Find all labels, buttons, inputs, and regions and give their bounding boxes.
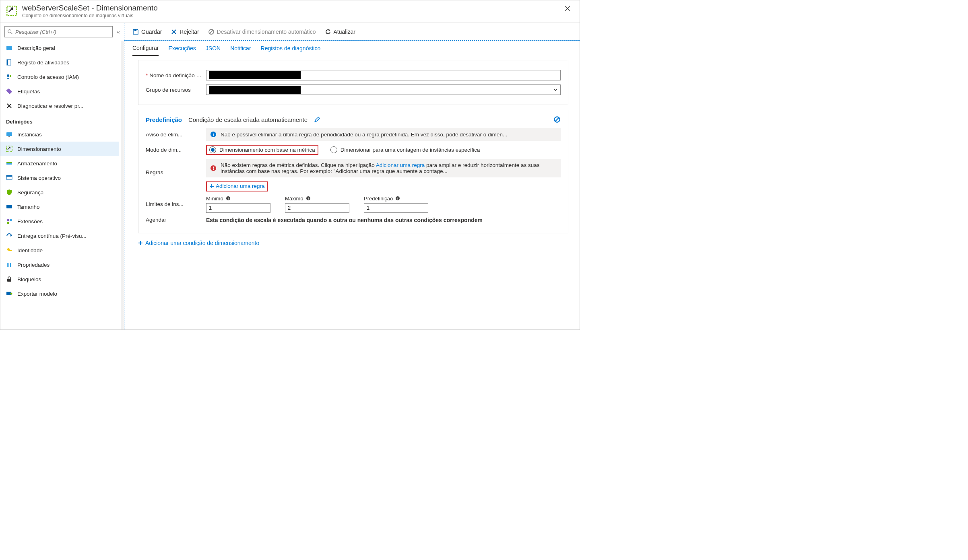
blade-title: webServerScaleSet - Dimensionamento [22, 4, 561, 12]
radio-unselected-icon [330, 146, 337, 153]
shield-icon [6, 189, 12, 196]
resource-group-dropdown[interactable] [206, 84, 561, 95]
activity-log-icon [6, 59, 12, 66]
sidebar-item-size[interactable]: Tamanho [0, 200, 119, 214]
schedule-label: Agendar [146, 217, 202, 223]
settings-panel: *Nome da definição de... Grupo de recurs… [138, 60, 568, 105]
max-label: Máximoi [285, 196, 349, 202]
tab-runs[interactable]: Execuções [168, 41, 196, 56]
tabs: Configurar Execuções JSON Notificar Regi… [124, 41, 580, 56]
sidebar-item-diagnose[interactable]: Diagnosticar e resolver pr... [0, 99, 119, 113]
scaling-icon [6, 146, 12, 152]
properties-icon [6, 261, 12, 268]
discard-button[interactable]: Rejeitar [171, 29, 199, 35]
svg-rect-23 [9, 250, 12, 251]
content-area: Guardar Rejeitar Desativar dimensionamen… [124, 23, 580, 329]
sidebar-item-locks[interactable]: Bloqueios [0, 272, 119, 286]
info-icon[interactable]: i [395, 196, 400, 201]
disable-condition-button[interactable] [553, 116, 561, 123]
redacted-value [209, 71, 301, 79]
scale-condition-panel: Predefinição Condição de escala criada a… [138, 110, 568, 233]
warning-icon [210, 165, 217, 171]
info-icon[interactable]: i [306, 196, 311, 201]
svg-rect-26 [10, 263, 11, 267]
tab-configure[interactable]: Configurar [132, 41, 159, 56]
refresh-button[interactable]: Atualizar [325, 29, 355, 35]
tab-json[interactable]: JSON [206, 41, 221, 56]
svg-rect-17 [6, 205, 12, 208]
svg-text:i: i [213, 132, 214, 137]
svg-rect-19 [10, 219, 12, 221]
tags-icon [6, 88, 12, 95]
sidebar-item-security[interactable]: Segurança [0, 185, 119, 200]
sidebar-section-settings: Definições [0, 113, 119, 127]
blade-header: webServerScaleSet - Dimensionamento Conj… [0, 0, 580, 23]
sidebar-item-extensions[interactable]: Extensões [0, 214, 119, 229]
sidebar-item-cd[interactable]: Entrega contínua (Pré-visu... [0, 229, 119, 243]
svg-rect-20 [7, 222, 9, 224]
save-icon [132, 29, 139, 35]
svg-rect-11 [8, 136, 10, 137]
svg-rect-27 [7, 279, 11, 282]
tab-diagnostic[interactable]: Registos de diagnóstico [261, 41, 321, 56]
sidebar-item-storage[interactable]: Armazenamento [0, 156, 119, 171]
svg-point-8 [10, 75, 11, 77]
radio-metric-scale[interactable]: Dimensionamento com base na métrica [209, 146, 315, 153]
disable-autoscale-button[interactable]: Desativar dimensionamento automático [208, 29, 316, 35]
sidebar-item-os[interactable]: Sistema operativo [0, 171, 119, 185]
sidebar-item-properties[interactable]: Propriedades [0, 257, 119, 272]
svg-rect-0 [7, 6, 16, 15]
scale-mode-label: Modo de dim... [146, 147, 202, 153]
tab-notify[interactable]: Notificar [230, 41, 251, 56]
command-bar: Guardar Rejeitar Desativar dimensionamen… [124, 23, 580, 41]
info-icon[interactable]: i [226, 196, 231, 201]
svg-rect-38 [213, 167, 214, 169]
sidebar-item-instances[interactable]: Instâncias [0, 127, 119, 142]
sidebar-item-export[interactable]: Exportar modelo [0, 286, 119, 301]
max-instances-input[interactable] [285, 203, 349, 213]
sidebar-item-scaling[interactable]: Dimensionamento [0, 142, 119, 156]
lock-icon [6, 276, 12, 282]
sidebar-search-input[interactable] [15, 29, 110, 35]
sidebar-item-iam[interactable]: Controlo de acesso (IAM) [0, 70, 119, 84]
search-icon [7, 29, 13, 35]
instances-icon [6, 131, 12, 138]
radio-instance-count[interactable]: Dimensionar para uma contagem de instânc… [330, 146, 480, 153]
sidebar: « Descrição geral Registo de atividades … [0, 23, 124, 329]
radio-selected-icon [209, 146, 216, 153]
default-instances-input[interactable] [364, 203, 428, 213]
sidebar-item-tags[interactable]: Etiquetas [0, 84, 119, 99]
sidebar-item-overview[interactable]: Descrição geral [0, 41, 119, 55]
no-rules-banner: Não existem regras de métrica definidas.… [206, 159, 561, 177]
sidebar-item-activity-log[interactable]: Registo de atividades [0, 55, 119, 70]
collapse-sidebar-button[interactable]: « [117, 29, 120, 35]
svg-rect-29 [134, 29, 136, 31]
save-button[interactable]: Guardar [132, 29, 162, 35]
cd-icon [6, 233, 12, 239]
add-scale-condition-link[interactable]: Adicionar uma condição de dimensionament… [138, 240, 580, 246]
resource-icon [6, 5, 17, 16]
sidebar-search[interactable] [4, 26, 113, 37]
svg-line-31 [210, 30, 213, 33]
definition-name-input[interactable] [206, 70, 561, 80]
overview-icon [6, 45, 12, 51]
svg-rect-39 [213, 169, 214, 170]
instance-limits-label: Limites de ins... [146, 201, 202, 207]
default-condition-link[interactable]: Predefinição [146, 116, 182, 123]
edit-condition-button[interactable] [314, 116, 320, 123]
storage-icon [6, 160, 12, 167]
os-icon [6, 175, 12, 181]
delete-warning-label: Aviso de elim... [146, 132, 202, 138]
svg-point-9 [8, 105, 10, 107]
delete-warning-banner: i Não é possível eliminar a última regra… [206, 128, 561, 141]
add-rule-link[interactable]: Adicionar uma regra [209, 183, 265, 189]
add-rule-link-inline[interactable]: Adicionar uma regra [376, 162, 425, 168]
close-button[interactable] [561, 4, 574, 13]
min-instances-input[interactable] [206, 203, 270, 213]
condition-title: Condição de escala criada automaticament… [188, 116, 308, 123]
svg-line-2 [11, 33, 12, 34]
sidebar-scrollbar[interactable] [121, 41, 124, 329]
min-label: Mínimoi [206, 196, 270, 202]
size-icon [6, 204, 12, 210]
sidebar-item-identity[interactable]: Identidade [0, 243, 119, 257]
